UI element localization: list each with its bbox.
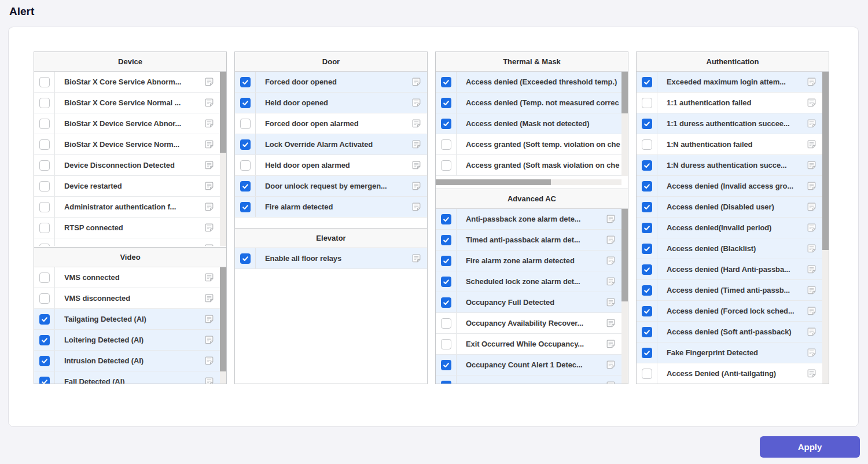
vertical-scrollbar[interactable] [220,72,226,246]
alert-row[interactable] [436,375,628,384]
scrollbar-thumb[interactable] [621,209,628,301]
checkbox[interactable] [441,235,451,245]
memo-icon[interactable] [606,277,616,286]
memo-icon[interactable] [204,181,214,191]
memo-icon[interactable] [204,139,214,149]
checkbox[interactable] [240,181,251,192]
memo-icon[interactable] [204,77,214,87]
checkbox[interactable] [441,119,451,129]
checkbox[interactable] [39,98,50,108]
checkbox[interactable] [441,256,451,266]
memo-icon[interactable] [807,285,816,295]
alert-row[interactable]: Tailgating Detected (AI) [34,309,226,330]
memo-icon[interactable] [411,77,421,87]
memo-icon[interactable] [411,98,421,108]
checkbox[interactable] [642,160,652,171]
alert-row[interactable]: Access granted (Soft mask violation on c… [436,155,628,176]
memo-icon[interactable] [204,356,214,366]
checkbox[interactable] [240,202,251,212]
memo-icon[interactable] [204,98,214,108]
checkbox[interactable] [240,139,251,150]
checkbox[interactable] [441,77,451,87]
alert-row[interactable]: Access granted (Soft temp. violation on … [436,134,628,155]
alert-row[interactable]: Access denied (Temp. not measured correc [436,93,628,113]
alert-row[interactable]: Occupancy Count Alert 1 Detec... [436,355,628,375]
checkbox[interactable] [642,244,652,254]
memo-icon[interactable] [807,264,816,274]
alert-row[interactable]: 1:N authentication failed [637,134,829,155]
checkbox[interactable] [39,223,50,233]
memo-icon[interactable] [411,202,421,212]
alert-row[interactable]: VMS disconnected [34,288,226,309]
alert-row[interactable]: Held door open alarmed [235,155,427,176]
memo-icon[interactable] [411,139,421,149]
checkbox[interactable] [642,369,652,379]
checkbox[interactable] [642,77,652,87]
vertical-scrollbar[interactable] [621,209,628,384]
memo-icon[interactable] [807,244,816,253]
alert-row[interactable]: Access Denied (Anti-tailgating) [637,363,829,384]
checkbox[interactable] [642,98,652,108]
memo-icon[interactable] [807,139,816,149]
checkbox[interactable] [642,223,652,233]
checkbox[interactable] [642,202,652,212]
vertical-scrollbar[interactable] [220,267,226,384]
memo-icon[interactable] [807,77,816,87]
checkbox[interactable] [441,160,451,171]
checkbox[interactable] [441,318,451,329]
alert-row[interactable]: Access denied (Hard Anti-passba... [637,259,829,280]
alert-row[interactable]: Occupancy Availability Recover... [436,313,628,334]
memo-icon[interactable] [606,339,616,349]
alert-row[interactable]: Loitering Detected (AI) [34,330,226,351]
checkbox[interactable] [642,306,652,316]
alert-row[interactable]: 1:1 duress authentication succee... [637,113,829,134]
horizontal-scrollbar[interactable] [436,179,621,185]
checkbox[interactable] [642,119,652,129]
checkbox[interactable] [39,356,50,366]
scrollbar-thumb[interactable] [436,179,551,185]
alert-row[interactable]: Device Disconnection Detected [34,155,226,176]
scrollbar-thumb[interactable] [621,72,628,113]
checkbox[interactable] [240,119,251,129]
alert-row[interactable]: Scheduled lock zone alarm det... [436,271,628,292]
memo-icon[interactable] [204,202,214,212]
alert-row[interactable]: BioStar X Core Service Normal ... [34,93,226,113]
alert-row[interactable]: Access denied (Forced lock sched... [637,301,829,322]
alert-row[interactable]: Occupancy Full Detected [436,292,628,313]
alert-row[interactable]: VMS connected [34,267,226,288]
alert-row[interactable]: Access denied (Soft anti-passback) [637,322,829,343]
memo-icon[interactable] [204,335,214,345]
memo-icon[interactable] [807,348,816,358]
alert-row[interactable]: Door unlock request by emergen... [235,176,427,197]
alert-row[interactable]: Fall Detected (AI) [34,371,226,384]
checkbox[interactable] [441,381,451,384]
checkbox[interactable] [39,293,50,304]
memo-icon[interactable] [411,253,421,263]
memo-icon[interactable] [411,160,421,170]
alert-row[interactable]: 1:N duress authentication succe... [637,155,829,176]
checkbox[interactable] [642,285,652,296]
scrollbar-thumb[interactable] [220,72,226,153]
checkbox[interactable] [39,181,50,192]
memo-icon[interactable] [204,119,214,128]
checkbox[interactable] [441,139,451,150]
memo-icon[interactable] [807,202,816,212]
alert-row[interactable]: Access denied (Exceeded threshold temp.) [436,72,628,93]
alert-row[interactable]: Access denied (Timed anti-passb... [637,280,829,301]
checkbox[interactable] [441,214,451,224]
alert-row[interactable]: Access denied (Blacklist) [637,238,829,259]
memo-icon[interactable] [411,119,421,128]
checkbox[interactable] [39,272,50,283]
alert-row[interactable]: Device restarted [34,176,226,197]
checkbox[interactable] [39,119,50,129]
memo-icon[interactable] [204,314,214,324]
vertical-scrollbar[interactable] [621,72,628,176]
alert-row[interactable]: BioStar X Device Service Abnor... [34,113,226,134]
checkbox[interactable] [441,277,451,287]
alert-row[interactable] [34,238,226,246]
checkbox[interactable] [642,264,652,275]
checkbox[interactable] [441,297,451,308]
memo-icon[interactable] [606,318,616,328]
alert-row[interactable]: RTSP connected [34,218,226,238]
memo-icon[interactable] [204,377,214,384]
